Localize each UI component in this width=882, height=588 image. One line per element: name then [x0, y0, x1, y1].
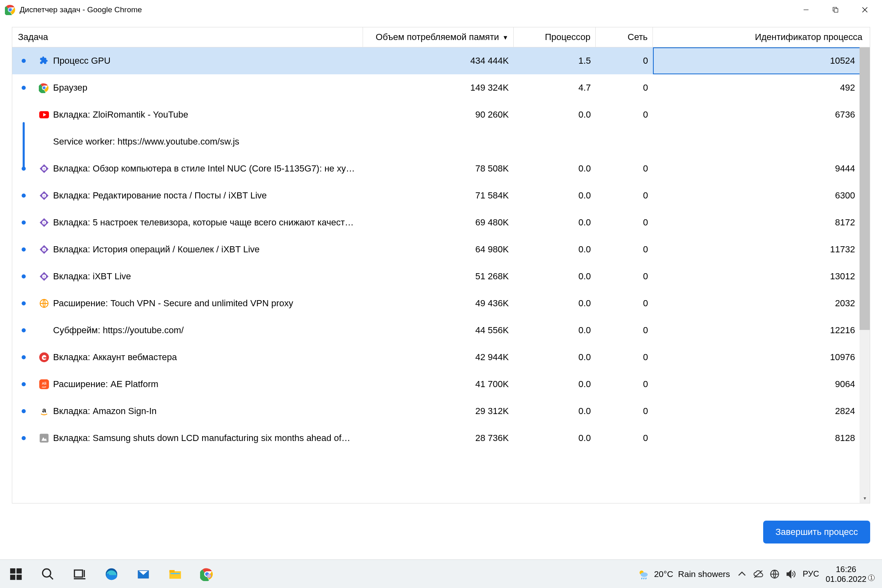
row-cpu: 0.0 — [514, 379, 596, 390]
row-memory: 41 700K — [363, 379, 514, 390]
row-name: Браузер — [53, 82, 363, 93]
column-memory[interactable]: Объем потребляемой памяти▼ — [363, 27, 514, 47]
table-row[interactable]: Вкладка: Аккаунт вебмастера42 944K0.0010… — [12, 344, 870, 371]
row-icon: i — [35, 190, 53, 201]
weather-temp: 20°C — [654, 569, 673, 579]
table-row[interactable]: Браузер149 324K4.70492 — [12, 74, 870, 101]
svg-line-58 — [641, 577, 642, 579]
svg-text:AEP: AEP — [42, 386, 47, 388]
start-button[interactable] — [0, 560, 32, 588]
row-name: Вкладка: История операций / Кошелек / iX… — [53, 244, 363, 255]
titlebar: Диспетчер задач - Google Chrome — [0, 0, 882, 20]
weather-icon — [637, 568, 649, 580]
row-name: Вкладка: Редактирование поста / Посты / … — [53, 190, 363, 201]
clock-time: 16:26 — [826, 564, 866, 574]
table-row[interactable]: iВкладка: 5 настроек телевизора, которые… — [12, 209, 870, 236]
row-icon — [35, 433, 53, 443]
cloud-sync-icon[interactable] — [753, 569, 764, 579]
svg-point-3 — [9, 8, 12, 11]
row-icon — [35, 352, 53, 363]
row-name: Субфрейм: https://youtube.com/ — [53, 325, 363, 336]
row-cpu: 0.0 — [514, 352, 596, 363]
language-indicator[interactable]: РУС — [803, 569, 819, 579]
row-cpu: 0.0 — [514, 190, 596, 201]
row-pid: 11732 — [653, 236, 862, 263]
row-memory: 44 556K — [363, 325, 514, 336]
row-bullet — [12, 86, 35, 90]
sort-indicator-icon: ▼ — [502, 34, 508, 41]
row-net: 0 — [596, 352, 653, 363]
row-bullet — [12, 409, 35, 413]
row-name: Вкладка: Обзор компьютера в стиле Intel … — [53, 163, 363, 174]
row-pid: 9444 — [653, 155, 862, 182]
chrome-icon — [5, 4, 16, 15]
chrome-taskbar-icon[interactable] — [191, 560, 223, 588]
row-bullet — [12, 382, 35, 386]
weather-widget[interactable]: 20°C Rain showers — [637, 568, 730, 580]
table-row[interactable]: AliAEPРасширение: AE Platform41 700K0.00… — [12, 371, 870, 398]
svg-point-41 — [42, 569, 51, 577]
maximize-button[interactable] — [821, 0, 850, 20]
table-row[interactable]: iВкладка: Обзор компьютера в стиле Intel… — [12, 155, 870, 182]
row-name: Вкладка: 5 настроек телевизора, которые … — [53, 217, 363, 228]
search-button[interactable] — [32, 560, 64, 588]
table-row[interactable]: Service worker: https://www.youtube.com/… — [12, 128, 870, 155]
tray-chevron-icon[interactable] — [737, 569, 747, 579]
svg-point-55 — [207, 574, 211, 578]
row-icon: a — [35, 406, 53, 416]
end-process-label: Завершить процесс — [775, 527, 858, 537]
column-cpu[interactable]: Процессор — [514, 27, 596, 47]
taskview-button[interactable] — [64, 560, 96, 588]
svg-text:i: i — [44, 275, 45, 278]
clock[interactable]: 16:26 01.06.2022 — [826, 564, 866, 584]
svg-line-60 — [646, 577, 646, 579]
table-row[interactable]: Вкладка: Samsung shuts down LCD manufact… — [12, 425, 870, 452]
end-process-button[interactable]: Завершить процесс — [763, 521, 870, 543]
table-row[interactable]: aВкладка: Amazon Sign-In29 312K0.002824 — [12, 398, 870, 425]
column-net[interactable]: Сеть — [596, 27, 653, 47]
scrollbar-thumb[interactable] — [860, 47, 870, 330]
table-row[interactable]: Вкладка: ZloiRomantik - YouTube90 260K0.… — [12, 101, 870, 128]
svg-marker-63 — [787, 570, 791, 577]
row-net: 0 — [596, 325, 653, 336]
row-name: Расширение: Touch VPN - Secure and unlim… — [53, 298, 363, 309]
row-bullet — [12, 274, 35, 278]
scrollbar[interactable]: ▾ — [860, 47, 870, 503]
row-pid: 10976 — [653, 344, 862, 371]
table-row[interactable]: iВкладка: Редактирование поста / Посты /… — [12, 182, 870, 209]
svg-rect-50 — [169, 570, 175, 572]
svg-text:a: a — [42, 406, 46, 414]
network-icon[interactable] — [769, 569, 780, 579]
column-task[interactable]: Задача — [12, 27, 363, 47]
table-row[interactable]: iВкладка: iXBT Live51 268K0.0013012 — [12, 263, 870, 290]
volume-icon[interactable] — [786, 569, 796, 579]
close-button[interactable] — [850, 0, 880, 20]
row-net: 0 — [596, 379, 653, 390]
row-net: 0 — [596, 244, 653, 255]
table-row[interactable]: Субфрейм: https://youtube.com/44 556K0.0… — [12, 317, 870, 344]
explorer-icon[interactable] — [159, 560, 191, 588]
row-bullet — [12, 220, 35, 225]
clock-date: 01.06.2022 — [826, 574, 866, 584]
column-pid[interactable]: Идентификатор процесса — [653, 27, 870, 47]
row-bullet — [12, 301, 35, 305]
row-memory: 64 980K — [363, 244, 514, 255]
row-net: 0 — [596, 298, 653, 309]
row-bullet — [12, 194, 35, 198]
minimize-button[interactable] — [791, 0, 821, 20]
svg-rect-37 — [10, 568, 16, 573]
scroll-down-icon[interactable]: ▾ — [860, 493, 870, 503]
svg-rect-51 — [171, 573, 180, 574]
row-memory: 49 436K — [363, 298, 514, 309]
row-cpu: 0.0 — [514, 109, 596, 120]
mail-icon[interactable] — [127, 560, 159, 588]
table-row[interactable]: Процесс GPU434 444K1.5010524 — [12, 47, 870, 74]
table-body: Процесс GPU434 444K1.5010524Браузер149 3… — [12, 47, 870, 503]
row-pid: 6736 — [653, 101, 862, 128]
row-net: 0 — [596, 217, 653, 228]
row-bullet — [12, 328, 35, 332]
table-row[interactable]: iВкладка: История операций / Кошелек / i… — [12, 236, 870, 263]
table-row[interactable]: Расширение: Touch VPN - Secure and unlim… — [12, 290, 870, 317]
edge-icon[interactable] — [96, 560, 127, 588]
svg-rect-40 — [16, 575, 22, 580]
